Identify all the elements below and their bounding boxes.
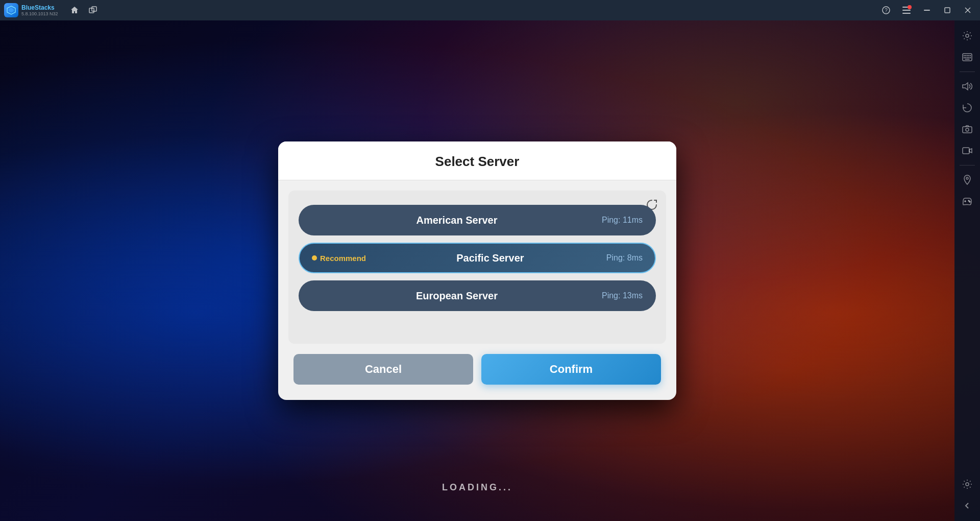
ping-pacific: Ping: 8ms — [606, 253, 643, 263]
dialog-body: American Server Ping: 11ms Recommend Pac… — [288, 191, 666, 344]
sidebar-screenshot-icon[interactable] — [958, 120, 976, 138]
sidebar-keyboard-icon[interactable] — [958, 48, 976, 66]
bluestacks-icon — [4, 3, 18, 17]
server-name-american: American Server — [312, 215, 602, 226]
svg-rect-7 — [902, 10, 911, 11]
sidebar-location-icon[interactable] — [958, 171, 976, 189]
app-logo: BlueStacks 5.8.100.1013 N32 — [4, 3, 58, 17]
help-button[interactable]: ? — [878, 2, 894, 18]
app-version: 5.8.100.1013 N32 — [21, 11, 58, 16]
svg-marker-30 — [969, 149, 972, 153]
svg-rect-27 — [963, 127, 972, 133]
notification-dot — [908, 5, 912, 9]
svg-text:?: ? — [885, 8, 888, 13]
dialog-header: Select Server — [278, 141, 676, 180]
game-area: LOADING... Select Server American — [0, 20, 954, 521]
sidebar-gamepad-icon[interactable] — [958, 192, 976, 210]
sidebar-volume-icon[interactable] — [958, 77, 976, 96]
svg-marker-26 — [963, 83, 968, 90]
sidebar-rotate-icon[interactable] — [958, 99, 976, 117]
svg-rect-29 — [963, 148, 969, 154]
sidebar-arrow-icon[interactable] — [958, 496, 976, 515]
close-button[interactable] — [960, 2, 976, 18]
maximize-button[interactable] — [939, 2, 955, 18]
modal-overlay: Select Server American Server Ping: 11ms — [0, 20, 954, 521]
minimize-button[interactable] — [919, 2, 935, 18]
server-name-pacific: Pacific Server — [374, 252, 606, 264]
confirm-button[interactable]: Confirm — [481, 354, 661, 385]
server-name-european: European Server — [312, 290, 602, 302]
app-title-block: BlueStacks 5.8.100.1013 N32 — [21, 4, 58, 16]
svg-point-36 — [966, 483, 969, 486]
sidebar-divider-2 — [960, 165, 975, 165]
sidebar-video-icon[interactable] — [958, 141, 976, 160]
sidebar-settings-icon[interactable] — [958, 27, 976, 45]
sidebar-divider-1 — [960, 72, 975, 72]
sidebar-bottom-settings-icon[interactable] — [958, 475, 976, 493]
server-item-american[interactable]: American Server Ping: 11ms — [299, 205, 656, 235]
svg-marker-1 — [9, 8, 14, 13]
svg-point-34 — [968, 200, 969, 201]
svg-point-35 — [969, 201, 970, 202]
recommend-dot — [312, 255, 317, 260]
recommend-badge: Recommend — [312, 254, 366, 263]
titlebar-nav — [66, 2, 101, 18]
right-sidebar — [954, 20, 980, 521]
svg-point-13 — [966, 34, 969, 37]
titlebar: BlueStacks 5.8.100.1013 N32 ? — [0, 0, 980, 20]
dialog-title: Select Server — [293, 154, 661, 170]
multi-instance-button[interactable] — [85, 2, 101, 18]
select-server-dialog: Select Server American Server Ping: 11ms — [278, 141, 676, 400]
menu-button[interactable] — [898, 2, 915, 18]
svg-rect-9 — [924, 10, 930, 11]
server-list: American Server Ping: 11ms Recommend Pac… — [299, 201, 656, 315]
svg-rect-8 — [902, 13, 911, 14]
app-name: BlueStacks — [21, 4, 58, 11]
dialog-footer: Cancel Confirm — [278, 344, 676, 385]
svg-point-28 — [966, 128, 969, 131]
server-item-pacific[interactable]: Recommend Pacific Server Ping: 8ms — [299, 243, 656, 273]
svg-rect-10 — [945, 8, 950, 13]
svg-point-31 — [966, 177, 968, 179]
home-button[interactable] — [66, 2, 83, 18]
server-item-european[interactable]: European Server Ping: 13ms — [299, 280, 656, 311]
ping-american: Ping: 11ms — [602, 216, 643, 225]
ping-european: Ping: 13ms — [602, 291, 643, 300]
cancel-button[interactable]: Cancel — [293, 354, 473, 385]
recommend-label: Recommend — [320, 254, 366, 263]
titlebar-controls: ? — [878, 2, 976, 18]
